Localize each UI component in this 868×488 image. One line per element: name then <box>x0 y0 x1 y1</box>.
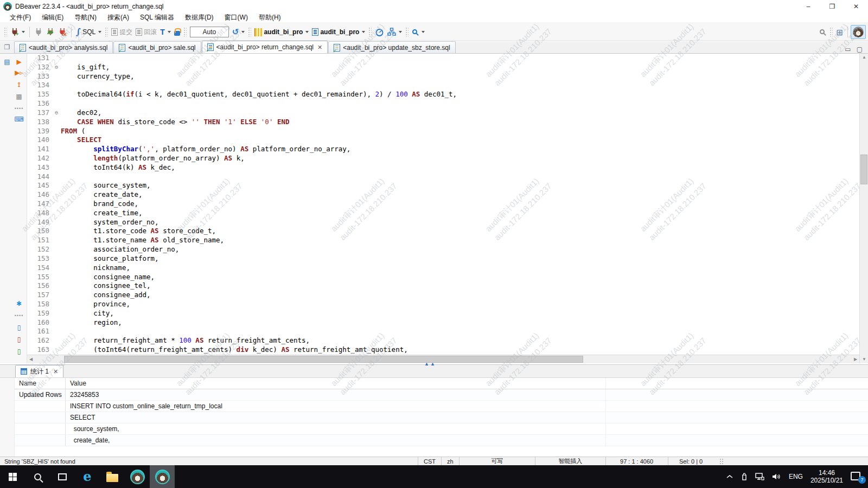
column-header-name[interactable]: Name <box>15 378 66 389</box>
task-view-button[interactable] <box>50 465 75 488</box>
menu-window[interactable]: 窗口(W) <box>219 13 253 22</box>
close-button[interactable]: ✕ <box>844 0 868 12</box>
new-connection-button[interactable]: + <box>9 27 27 37</box>
input-language[interactable]: ENG <box>789 473 803 480</box>
dashboard-button[interactable] <box>373 27 386 37</box>
transaction-icon: T <box>160 28 165 36</box>
auto-commit-combo[interactable]: Auto <box>190 27 229 37</box>
table-row[interactable]: Updated Rows23245853 <box>15 389 868 401</box>
cell-name[interactable]: Updated Rows <box>15 389 66 400</box>
scroll-up-icon[interactable]: ▲ <box>860 54 868 61</box>
dbeaver-taskbar-button-active[interactable] <box>150 465 175 488</box>
table-row[interactable]: create_date, <box>15 435 868 446</box>
code-text: province, <box>61 300 130 309</box>
splitter-restore-arrows[interactable]: ▲▲ <box>424 361 436 367</box>
schema-picker[interactable]: audit_bi_pro <box>310 27 367 37</box>
cell-name[interactable] <box>15 435 66 446</box>
action-center-button[interactable]: 7 <box>851 472 863 481</box>
taskbar-clock[interactable]: 14:46 2025/10/21 <box>810 469 843 484</box>
commit-button[interactable]: 提交 <box>110 27 134 38</box>
cell-value[interactable]: SELECT <box>66 412 606 423</box>
code-text: t1.store_name AS old_store_name, <box>61 236 224 245</box>
table-row[interactable]: INSERT INTO custom_online_sale_return_tm… <box>15 401 868 412</box>
editor-tab[interactable]: <audit_bi_pro> return_change.sql✕ <box>202 41 328 53</box>
close-tab-icon[interactable]: ✕ <box>53 368 58 375</box>
cell-name[interactable] <box>15 401 66 412</box>
cell-value[interactable]: source_system, <box>66 423 606 434</box>
scroll-right-icon[interactable]: ▶ <box>852 355 859 364</box>
dbeaver-perspective-button[interactable] <box>851 25 866 39</box>
more-tools-dots[interactable]: •••• <box>14 104 24 113</box>
horizontal-scrollbar[interactable]: ◀ ▶ <box>27 355 859 363</box>
fold-gutter <box>52 336 61 345</box>
cell-name[interactable] <box>15 423 66 434</box>
column-header-value[interactable]: Value <box>66 378 606 389</box>
menu-edit[interactable]: 编辑(E) <box>36 13 69 22</box>
file-explorer-button[interactable] <box>100 465 125 488</box>
menu-navigate[interactable]: 导航(N) <box>69 13 102 22</box>
menu-help[interactable]: 帮助(H) <box>253 13 286 22</box>
quick-search-button[interactable] <box>818 28 828 37</box>
execute-statement-icon[interactable]: ▶ <box>14 57 24 67</box>
table-row[interactable]: source_system, <box>15 423 868 435</box>
result-grid-icon[interactable]: ▦ <box>14 92 24 101</box>
menu-sql-editor[interactable]: SQL 编辑器 <box>135 13 180 22</box>
sql-editor-area[interactable]: 131132⊖ is_gift,133 currency_type,134135… <box>27 54 859 355</box>
menu-file[interactable]: 文件(F) <box>4 13 36 22</box>
minimize-editor-icon[interactable]: ▭ <box>845 46 851 53</box>
log-file-icon[interactable]: ▯ <box>14 323 24 332</box>
disconnect-button[interactable] <box>56 27 68 37</box>
vertical-scrollbar[interactable]: ▲ ▼ <box>859 54 868 363</box>
topology-button[interactable] <box>386 27 404 37</box>
scroll-down-icon[interactable]: ▼ <box>860 356 868 363</box>
lock-button[interactable] <box>173 27 182 37</box>
explain-plan-icon[interactable]: ⟟ <box>14 80 24 89</box>
menu-search[interactable]: 搜索(A) <box>102 13 135 22</box>
minimize-button[interactable]: – <box>796 0 820 12</box>
table-row[interactable]: SELECT <box>15 412 868 423</box>
editor-tab[interactable]: <audit_bi_pro> update_sbz_store.sql <box>328 41 455 53</box>
cell-name[interactable] <box>15 412 66 423</box>
code-line: 143 toInt64(k) AS k_dec, <box>27 163 859 172</box>
start-button[interactable] <box>0 465 25 488</box>
dbeaver-taskbar-button[interactable] <box>125 465 150 488</box>
taskbar-search-button[interactable] <box>25 465 50 488</box>
maximize-editor-icon[interactable]: ▢ <box>857 46 863 53</box>
tray-expand-icon[interactable] <box>726 474 733 479</box>
transaction-mode-button[interactable]: T <box>158 27 173 37</box>
reconnect-button[interactable] <box>44 27 56 37</box>
close-tab-icon[interactable]: ✕ <box>317 44 322 51</box>
error-log-icon[interactable]: ▯ <box>14 335 24 344</box>
object-search-button[interactable] <box>410 28 426 37</box>
cell-value[interactable]: create_date, <box>66 435 606 446</box>
rollback-button[interactable]: 回滚 <box>134 27 158 38</box>
transaction-log-button[interactable]: ↺ <box>231 27 247 37</box>
scroll-left-icon[interactable]: ◀ <box>27 355 35 364</box>
fold-collapse-icon[interactable]: ⊖ <box>52 63 61 72</box>
network-monitor-icon[interactable] <box>755 473 764 480</box>
connect-button[interactable] <box>33 27 44 37</box>
restore-pane-icon[interactable]: ❐ <box>0 41 14 53</box>
server-output-icon[interactable]: ✱ <box>14 299 24 309</box>
menu-database[interactable]: 数据库(D) <box>180 13 219 22</box>
database-navigator-icon[interactable]: ▤ <box>2 57 12 67</box>
sql-editor-button[interactable]: ∫ SQL <box>74 27 103 37</box>
script-status-icon[interactable]: ▯ <box>14 346 24 356</box>
connection-picker[interactable]: audit_bi_pro <box>253 27 310 37</box>
editor-tab[interactable]: <audit_bi_pro> analysis.sql <box>14 41 113 53</box>
cell-value[interactable]: 23245853 <box>66 389 606 400</box>
statistics-tab[interactable]: 统计 1 ✕ <box>15 365 63 377</box>
fold-collapse-icon[interactable]: ⊖ <box>52 108 61 118</box>
horizontal-scroll-thumb[interactable] <box>64 356 583 363</box>
editor-tab[interactable]: <audit_bi_pro> sale.sql <box>113 41 201 53</box>
cell-value[interactable]: INSERT INTO custom_online_sale_return_tm… <box>66 401 606 412</box>
usb-icon[interactable] <box>741 472 748 481</box>
internet-explorer-button[interactable]: e <box>75 465 100 488</box>
execute-script-icon[interactable]: ▶▹ <box>14 68 24 78</box>
more-panels-dots[interactable]: •••• <box>14 311 24 320</box>
maximize-button[interactable]: ❐ <box>820 0 844 12</box>
vertical-scroll-thumb[interactable] <box>860 155 867 184</box>
output-console-icon[interactable]: ⌨ <box>14 114 24 124</box>
open-perspective-button[interactable]: ⊞ <box>834 27 845 37</box>
speaker-icon[interactable] <box>772 473 781 480</box>
